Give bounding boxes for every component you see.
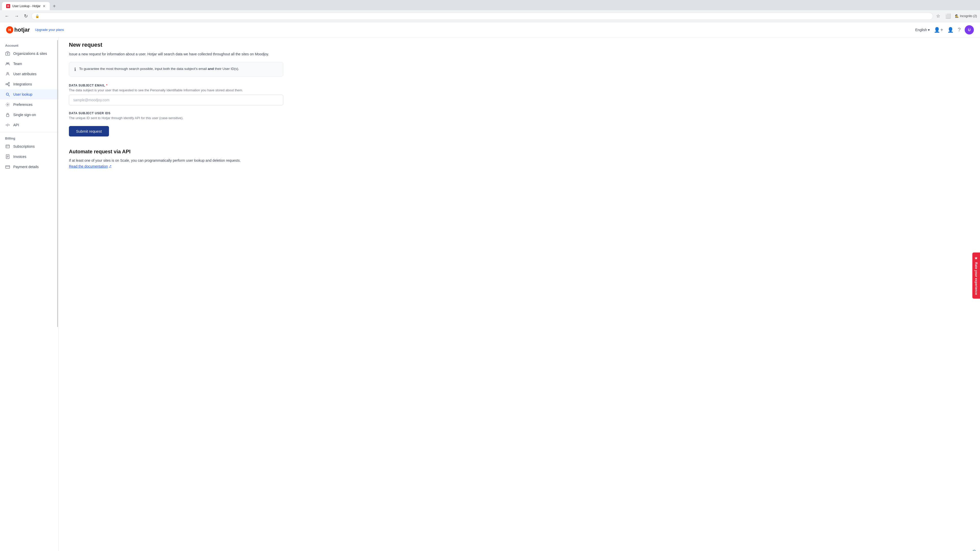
email-input[interactable] bbox=[69, 95, 283, 105]
incognito-button[interactable]: 🕵 Incognito (2) bbox=[955, 14, 977, 18]
active-tab[interactable]: H User Lookup - Hotjar ✕ bbox=[2, 2, 50, 10]
api-section-title: Automate request via API bbox=[69, 149, 283, 155]
sidebar-item-user-lookup[interactable]: User lookup bbox=[0, 89, 59, 100]
section-description: Issue a new request for information abou… bbox=[69, 51, 283, 57]
svg-text:H: H bbox=[8, 28, 11, 32]
sidebar-item-subscriptions[interactable]: Subscriptions bbox=[0, 141, 59, 151]
rate-experience-button[interactable]: ★ Rate your experience bbox=[972, 252, 980, 299]
svg-point-5 bbox=[8, 63, 9, 64]
sidebar-item-label: Subscriptions bbox=[13, 144, 35, 148]
email-field-desc: The data subject is your user that reque… bbox=[69, 88, 283, 92]
sidebar-divider bbox=[0, 132, 59, 132]
sidebar-item-label: API bbox=[13, 123, 19, 127]
info-box: ℹ To guarantee the most thorough search … bbox=[69, 62, 283, 76]
external-link-icon: ↗ bbox=[109, 164, 111, 168]
sidebar-item-label: Integrations bbox=[13, 82, 32, 86]
sidebar-item-label: Team bbox=[13, 62, 22, 66]
app-header: H hotjar Upgrade your plans English ▾ 👤+… bbox=[0, 22, 980, 38]
new-tab-button[interactable]: + bbox=[51, 2, 58, 10]
close-tab-button[interactable]: ✕ bbox=[43, 4, 46, 8]
logo[interactable]: H hotjar bbox=[6, 26, 30, 33]
user-avatar[interactable]: U bbox=[965, 25, 974, 35]
upgrade-link[interactable]: Upgrade your plans bbox=[35, 28, 64, 32]
api-icon bbox=[5, 122, 10, 127]
info-text: To guarantee the most thorough search po… bbox=[79, 66, 239, 71]
page-title: New request bbox=[69, 38, 970, 48]
sidebar-item-integrations[interactable]: Integrations bbox=[0, 79, 59, 89]
help-button[interactable]: ? bbox=[958, 27, 961, 33]
subscriptions-icon bbox=[5, 144, 10, 149]
browser-nav: ← → ↻ 🔒 insights.hotjar.com/settings/use… bbox=[0, 10, 980, 22]
language-label: English bbox=[915, 28, 927, 32]
user-ids-field-group: Data subject user ids The unique ID sent… bbox=[69, 111, 283, 120]
svg-point-4 bbox=[6, 63, 8, 64]
svg-rect-13 bbox=[6, 145, 10, 148]
tab-favicon: H bbox=[6, 4, 10, 8]
incognito-label: Incognito (2) bbox=[960, 14, 977, 18]
sidebar-item-organizations[interactable]: Organizations & sites bbox=[0, 48, 59, 59]
svg-point-3 bbox=[7, 53, 8, 54]
sidebar-item-label: Invoices bbox=[13, 155, 26, 159]
add-user-button[interactable]: 👤 bbox=[947, 27, 954, 33]
chevron-down-icon: ▾ bbox=[928, 28, 930, 32]
header-left: H hotjar Upgrade your plans bbox=[6, 26, 64, 33]
sidebar-item-api[interactable]: API bbox=[0, 120, 59, 130]
sidebar-item-label: User lookup bbox=[13, 92, 32, 97]
forward-button[interactable]: → bbox=[13, 13, 21, 20]
svg-rect-2 bbox=[6, 52, 10, 56]
sidebar-item-label: Payment details bbox=[13, 165, 39, 169]
sidebar: Account Organizations & sites Team User … bbox=[0, 38, 59, 551]
user-ids-desc: The unique ID sent to Hotjar through ide… bbox=[69, 116, 283, 120]
back-button[interactable]: ← bbox=[3, 13, 11, 20]
sidebar-item-team[interactable]: Team bbox=[0, 59, 59, 69]
user-lookup-icon bbox=[5, 92, 10, 97]
required-marker: * bbox=[106, 84, 107, 87]
copy-link-button[interactable]: 🔗 bbox=[970, 549, 976, 551]
info-text-before: To guarantee the most thorough search po… bbox=[79, 67, 208, 71]
sidebar-item-invoices[interactable]: Invoices bbox=[0, 151, 59, 162]
preferences-icon bbox=[5, 102, 10, 107]
api-desc: If at least one of your sites is on Scal… bbox=[69, 158, 283, 169]
logo-text: hotjar bbox=[14, 27, 30, 33]
referral-button[interactable]: 👤+ bbox=[934, 27, 943, 33]
svg-point-11 bbox=[7, 104, 8, 105]
submit-request-button[interactable]: Submit request bbox=[69, 126, 109, 137]
integrations-icon bbox=[5, 82, 10, 87]
svg-point-10 bbox=[6, 93, 9, 95]
sidebar-item-payment-details[interactable]: Payment details bbox=[0, 162, 59, 172]
api-link-text: Read the documentation bbox=[69, 164, 108, 169]
account-section-label: Account bbox=[0, 41, 59, 48]
sidebar-item-preferences[interactable]: Preferences bbox=[0, 100, 59, 110]
reload-button[interactable]: ↻ bbox=[22, 12, 29, 20]
sidebar-item-label: User attributes bbox=[13, 72, 37, 76]
sso-icon bbox=[5, 112, 10, 118]
address-bar[interactable]: 🔒 insights.hotjar.com/settings/user-look… bbox=[32, 13, 933, 20]
address-input[interactable]: insights.hotjar.com/settings/user-lookup bbox=[41, 14, 929, 18]
sidebar-item-label: Single sign-on bbox=[13, 113, 36, 117]
sidebar-item-label: Preferences bbox=[13, 103, 32, 106]
svg-point-9 bbox=[8, 85, 10, 86]
main-content: New request Issue a new request for info… bbox=[59, 38, 980, 551]
svg-rect-12 bbox=[6, 114, 9, 117]
language-selector[interactable]: English ▾ bbox=[915, 28, 930, 32]
sidebar-scrollbar[interactable] bbox=[57, 40, 58, 327]
api-desc-text: If at least one of your sites is on Scal… bbox=[69, 159, 241, 162]
lock-icon: 🔒 bbox=[35, 14, 39, 18]
browser-nav-icons: ☆ ⬜ 🕵 Incognito (2) bbox=[935, 12, 977, 20]
header-right: English ▾ 👤+ 👤 ? U bbox=[915, 25, 974, 35]
hotjar-logo-icon: H bbox=[6, 26, 13, 33]
star-icon: ★ bbox=[974, 256, 978, 260]
info-text-bold: and bbox=[208, 67, 214, 71]
api-section: Automate request via API If at least one… bbox=[69, 149, 283, 169]
profile-button[interactable]: ⬜ bbox=[944, 12, 952, 20]
svg-point-8 bbox=[8, 83, 10, 84]
incognito-icon: 🕵 bbox=[955, 14, 959, 18]
bookmark-button[interactable]: ☆ bbox=[935, 12, 941, 20]
user-ids-label: Data subject user ids bbox=[69, 111, 283, 115]
user-attributes-icon bbox=[5, 71, 10, 76]
sidebar-item-user-attributes[interactable]: User attributes bbox=[0, 69, 59, 79]
sidebar-item-sso[interactable]: Single sign-on bbox=[0, 110, 59, 120]
rate-label: Rate your experience bbox=[974, 262, 978, 295]
read-docs-link[interactable]: Read the documentation ↗ bbox=[69, 164, 111, 169]
email-field-label: DATA SUBJECT EMAIL * bbox=[69, 84, 283, 87]
